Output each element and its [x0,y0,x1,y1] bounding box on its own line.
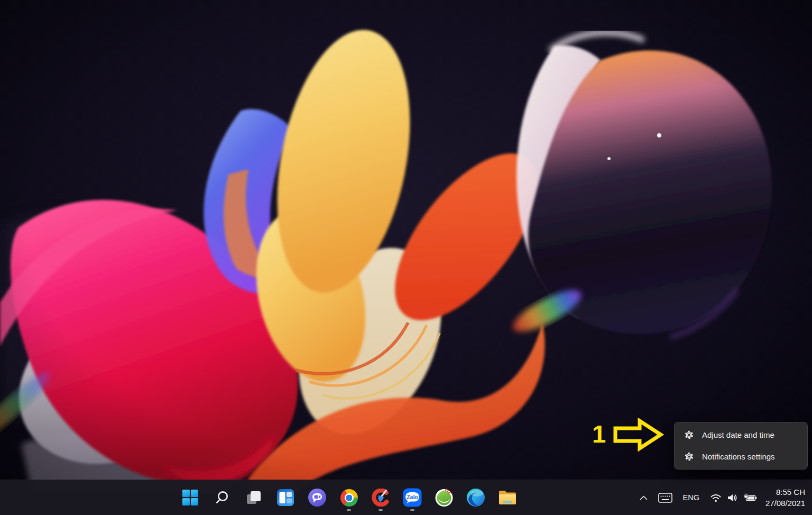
zalo-icon: Zalo [403,488,422,507]
ccleaner-icon [372,489,390,507]
file-explorer-button[interactable] [494,483,521,512]
menu-item-notifications-settings[interactable]: Notifications settings [675,446,807,467]
search-button[interactable] [208,483,236,512]
chrome-button[interactable] [335,483,363,512]
taskbar-app-icons: Zalo [177,483,521,512]
annotation-step-1: 1 [592,418,664,452]
taskbar: Zalo [0,480,812,515]
volume-icon [727,493,738,502]
clock-time: 8:55 CH [765,486,805,498]
touch-keyboard-button[interactable] [654,486,677,509]
running-indicator [379,509,383,511]
task-view-button[interactable] [240,483,267,512]
tray-context-menu: Adjust date and time Notifications setti… [674,422,808,470]
chrome-icon [340,489,358,507]
menu-item-label: Adjust date and time [702,430,774,439]
chat-button[interactable] [303,483,331,512]
zalo-button[interactable]: Zalo [399,483,426,512]
touch-keyboard-icon [658,493,672,503]
system-tray: ENG 8:55 CH [635,480,812,515]
file-explorer-icon [498,489,517,506]
task-view-icon [245,489,262,506]
svg-text:Zalo: Zalo [407,494,418,500]
windows-start-icon [182,489,199,506]
search-icon [214,490,230,505]
clock-button[interactable]: 8:55 CH 27/08/2021 [763,486,806,509]
quick-settings-button[interactable] [706,486,761,509]
running-indicator [410,509,414,511]
coc-coc-icon [435,488,454,507]
language-button[interactable]: ENG [679,486,704,509]
running-indicator [347,509,351,511]
menu-item-label: Notifications settings [702,452,775,461]
gear-icon [684,452,694,462]
coc-coc-button[interactable] [430,483,458,512]
edge-icon [466,488,485,507]
widgets-icon [276,489,294,507]
ccleaner-button[interactable] [367,483,394,512]
chevron-up-icon [640,495,648,500]
clock-date: 27/08/2021 [765,498,805,509]
start-button[interactable] [177,483,204,512]
chat-icon [308,488,327,507]
wifi-icon [710,493,722,502]
gear-icon [684,430,694,440]
widgets-button[interactable] [272,483,299,512]
battery-charging-icon [743,493,757,502]
edge-button[interactable] [462,483,490,512]
annotation-step-number: 1 [592,421,606,446]
menu-item-adjust-date-time[interactable]: Adjust date and time [675,424,807,446]
language-label: ENG [683,493,699,502]
tray-overflow-button[interactable] [635,486,652,509]
annotation-arrow-icon [613,418,664,452]
